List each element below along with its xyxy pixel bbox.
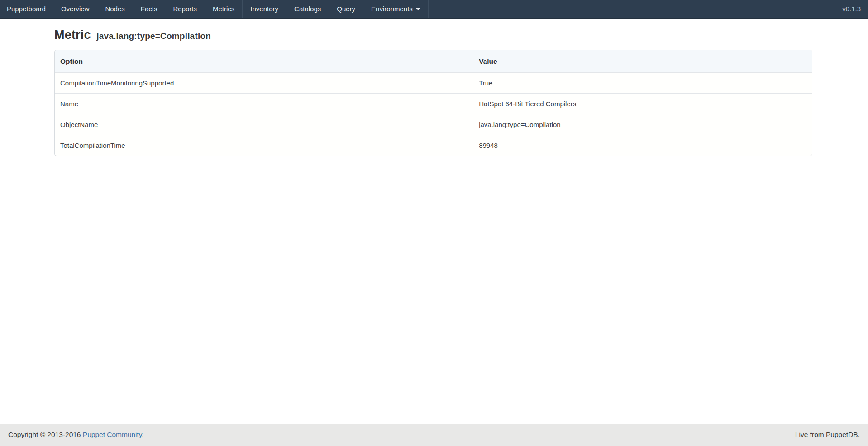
- environments-dropdown-toggle[interactable]: Environments: [363, 0, 428, 18]
- nav-item-nodes[interactable]: Nodes: [97, 0, 132, 18]
- copyright-text: Copyright © 2013-2016 Puppet Community.: [8, 431, 144, 439]
- puppet-community-link[interactable]: Puppet Community: [83, 431, 142, 438]
- option-cell: Name: [55, 94, 473, 114]
- value-cell: True: [473, 73, 812, 94]
- nav-item-metrics-wrap: Metrics: [205, 0, 243, 18]
- page-subtitle: java.lang:type=Compilation: [94, 31, 211, 41]
- metric-table: Option Value CompilationTimeMonitoringSu…: [55, 50, 812, 156]
- value-cell: 89948: [473, 135, 812, 156]
- nav-item-catalogs[interactable]: Catalogs: [286, 0, 329, 18]
- nav-item-overview[interactable]: Overview: [53, 0, 97, 18]
- nav-item-query[interactable]: Query: [329, 0, 363, 18]
- table-row: ObjectName java.lang:type=Compilation: [55, 114, 812, 135]
- content-container: Metric java.lang:type=Compilation Option…: [54, 28, 812, 156]
- page-title-text: Metric: [54, 28, 91, 42]
- nav-item-facts[interactable]: Facts: [133, 0, 165, 18]
- caret-down-icon: [416, 8, 420, 10]
- nav-item-inventory-wrap: Inventory: [243, 0, 286, 18]
- value-cell: HotSpot 64-Bit Tiered Compilers: [473, 94, 812, 114]
- metric-table-panel: Option Value CompilationTimeMonitoringSu…: [54, 50, 812, 156]
- column-header-option: Option: [55, 50, 473, 73]
- table-row: Name HotSpot 64-Bit Tiered Compilers: [55, 94, 812, 114]
- nav-item-reports[interactable]: Reports: [165, 0, 205, 18]
- nav-item-overview-wrap: Overview: [53, 0, 98, 18]
- nav-item-inventory[interactable]: Inventory: [243, 0, 286, 18]
- table-row: TotalCompilationTime 89948: [55, 135, 812, 156]
- nav-item-catalogs-wrap: Catalogs: [286, 0, 329, 18]
- option-cell: TotalCompilationTime: [55, 135, 473, 156]
- nav-item-metrics[interactable]: Metrics: [205, 0, 242, 18]
- main-content: Metric java.lang:type=Compilation Option…: [0, 19, 868, 424]
- nav-item-query-wrap: Query: [329, 0, 363, 18]
- column-header-value: Value: [473, 50, 812, 73]
- option-cell: ObjectName: [55, 114, 473, 135]
- navbar-menu: Puppetboard Overview Nodes Facts Reports…: [0, 0, 429, 18]
- nav-item-facts-wrap: Facts: [133, 0, 166, 18]
- table-header: Option Value: [55, 50, 812, 73]
- navbar-brand[interactable]: Puppetboard: [0, 0, 53, 18]
- table-header-row: Option Value: [55, 50, 812, 73]
- nav-item-nodes-wrap: Nodes: [97, 0, 133, 18]
- table-row: CompilationTimeMonitoringSupported True: [55, 73, 812, 94]
- version-label: v0.1.3: [835, 0, 868, 18]
- page-title: Metric java.lang:type=Compilation: [54, 28, 812, 42]
- option-cell: CompilationTimeMonitoringSupported: [55, 73, 473, 94]
- nav-item-reports-wrap: Reports: [165, 0, 205, 18]
- puppetdb-status-text: Live from PuppetDB.: [795, 431, 860, 439]
- navbar-brand-item: Puppetboard: [0, 0, 53, 18]
- navbar: Puppetboard Overview Nodes Facts Reports…: [0, 0, 868, 19]
- footer: Copyright © 2013-2016 Puppet Community. …: [0, 424, 868, 446]
- value-cell: java.lang:type=Compilation: [473, 114, 812, 135]
- nav-item-environments: Environments: [363, 0, 429, 18]
- environments-dropdown-label: Environments: [371, 5, 413, 13]
- table-body: CompilationTimeMonitoringSupported True …: [55, 73, 812, 156]
